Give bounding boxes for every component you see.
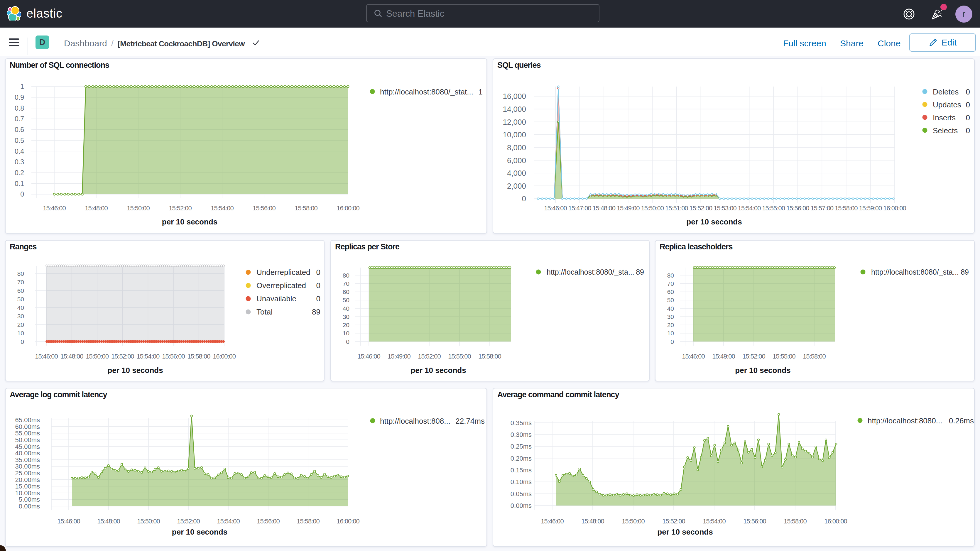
svg-text:0.35ms: 0.35ms [511,419,532,427]
svg-text:14,000: 14,000 [503,105,526,113]
svg-text:http://localhost:8080/_stat...: http://localhost:8080/_stat... [380,88,473,96]
svg-text:0: 0 [20,190,24,198]
svg-text:per 10 seconds: per 10 seconds [686,217,742,226]
svg-text:30: 30 [343,313,350,320]
svg-text:40.00ms: 40.00ms [15,449,40,457]
svg-text:0.30ms: 0.30ms [511,431,532,438]
svg-text:65.00ms: 65.00ms [15,416,40,424]
svg-text:15:49:00: 15:49:00 [712,353,735,360]
svg-text:15:52:00: 15:52:00 [177,518,200,525]
svg-text:5.00ms: 5.00ms [19,496,40,503]
svg-text:15:59:00: 15:59:00 [859,204,882,212]
svg-text:22.74ms: 22.74ms [455,417,485,425]
svg-text:30.00ms: 30.00ms [15,463,40,470]
svg-text:10.00ms: 10.00ms [15,489,40,497]
svg-text:Inserts: Inserts [933,113,956,122]
svg-text:35.00ms: 35.00ms [15,456,40,463]
svg-text:0: 0 [966,88,970,96]
svg-text:15:57:00: 15:57:00 [810,204,833,212]
svg-text:Unavailable: Unavailable [256,294,296,303]
svg-text:70: 70 [667,280,674,287]
svg-text:Updates: Updates [933,100,961,109]
svg-text:0.5: 0.5 [15,137,24,144]
svg-text:80: 80 [18,270,24,277]
svg-text:0.9: 0.9 [15,94,24,101]
svg-text:55.00ms: 55.00ms [15,430,40,437]
svg-text:15:54:00: 15:54:00 [137,353,160,360]
svg-text:per 10 seconds: per 10 seconds [172,527,228,536]
svg-text:per 10 seconds: per 10 seconds [657,527,713,536]
svg-text:15:46:00: 15:46:00 [35,353,58,360]
svg-text:40: 40 [667,305,674,312]
svg-text:15:53:00: 15:53:00 [714,204,737,212]
svg-text:1: 1 [20,83,24,90]
svg-text:16,000: 16,000 [503,92,526,100]
svg-text:Total: Total [256,307,272,316]
svg-text:Underreplicated: Underreplicated [256,268,310,277]
svg-text:89: 89 [312,307,320,316]
svg-text:0: 0 [670,338,674,345]
svg-text:20.00ms: 20.00ms [15,476,40,484]
svg-text:15:58:00: 15:58:00 [803,353,826,360]
svg-text:15:50:00: 15:50:00 [641,204,664,212]
svg-text:0: 0 [316,268,320,277]
svg-text:0: 0 [316,294,320,303]
svg-text:89: 89 [961,268,969,276]
svg-text:http://localhost:808...: http://localhost:808... [380,417,450,425]
svg-text:15:48:00: 15:48:00 [581,518,604,525]
svg-text:16:00:00: 16:00:00 [213,353,235,360]
svg-text:http://localhost:8080/_sta...: http://localhost:8080/_sta... [871,268,959,276]
svg-text:0.6: 0.6 [15,126,24,134]
svg-text:15:49:00: 15:49:00 [388,353,410,360]
svg-text:15:56:00: 15:56:00 [253,204,275,212]
svg-text:0.00ms: 0.00ms [511,502,532,510]
svg-text:4,000: 4,000 [507,169,526,177]
svg-text:0.20ms: 0.20ms [511,455,532,462]
svg-text:50: 50 [18,296,24,303]
svg-text:12,000: 12,000 [503,118,526,126]
svg-text:15:55:00: 15:55:00 [762,204,785,212]
svg-text:per 10 seconds: per 10 seconds [107,366,163,375]
svg-text:0.00ms: 0.00ms [19,503,40,510]
svg-text:15:58:00: 15:58:00 [478,353,501,360]
svg-text:45.00ms: 45.00ms [15,443,40,451]
svg-text:0.4: 0.4 [15,148,24,155]
svg-text:50: 50 [667,297,674,303]
svg-text:1: 1 [479,88,483,96]
svg-text:15:51:00: 15:51:00 [665,204,688,212]
svg-text:Selects: Selects [933,126,958,135]
svg-text:15:50:00: 15:50:00 [622,518,644,525]
svg-text:http://localhost:8080/_sta...: http://localhost:8080/_sta... [547,268,634,276]
svg-text:15:55:00: 15:55:00 [448,353,471,360]
svg-text:0.25ms: 0.25ms [511,443,532,450]
svg-text:per 10 seconds: per 10 seconds [410,366,466,375]
svg-text:15:48:00: 15:48:00 [60,353,83,360]
svg-text:15:58:00: 15:58:00 [784,518,807,525]
svg-text:0.15ms: 0.15ms [511,467,532,474]
svg-text:50.00ms: 50.00ms [15,436,40,444]
svg-text:15:50:00: 15:50:00 [86,353,108,360]
svg-text:15:54:00: 15:54:00 [703,518,725,525]
svg-text:15:58:00: 15:58:00 [297,518,320,525]
svg-text:0.05ms: 0.05ms [511,490,532,498]
svg-text:15:46:00: 15:46:00 [682,353,705,360]
svg-text:15:48:00: 15:48:00 [592,204,615,212]
svg-text:60: 60 [667,288,674,295]
svg-text:15:56:00: 15:56:00 [162,353,185,360]
svg-text:80: 80 [667,272,674,279]
svg-text:60.00ms: 60.00ms [15,423,40,430]
svg-text:15:52:00: 15:52:00 [111,353,134,360]
svg-text:15:46:00: 15:46:00 [357,353,380,360]
svg-text:70: 70 [18,279,24,285]
svg-text:0.10ms: 0.10ms [511,478,532,486]
svg-text:0.3: 0.3 [15,158,24,166]
svg-text:2,000: 2,000 [507,182,526,190]
svg-text:15.00ms: 15.00ms [15,483,40,490]
svg-text:15:50:00: 15:50:00 [137,518,160,525]
svg-text:15:56:00: 15:56:00 [786,204,809,212]
svg-text:15:58:00: 15:58:00 [188,353,210,360]
svg-text:15:48:00: 15:48:00 [97,518,120,525]
svg-text:15:52:00: 15:52:00 [418,353,441,360]
svg-text:30: 30 [667,313,674,320]
svg-text:60: 60 [343,288,350,295]
